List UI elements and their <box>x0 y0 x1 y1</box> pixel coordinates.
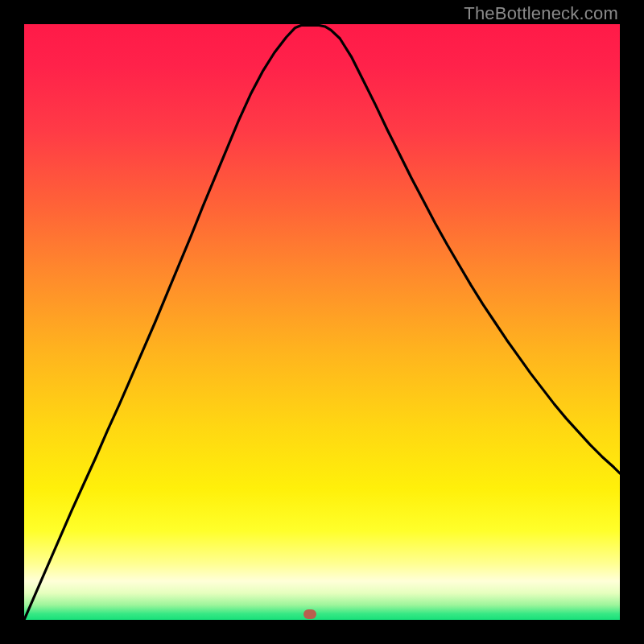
chart-frame: TheBottleneck.com <box>0 0 644 644</box>
plot-area <box>24 24 620 620</box>
watermark-text: TheBottleneck.com <box>464 3 618 24</box>
bottleneck-curve <box>24 24 620 620</box>
optimum-marker <box>303 609 316 619</box>
